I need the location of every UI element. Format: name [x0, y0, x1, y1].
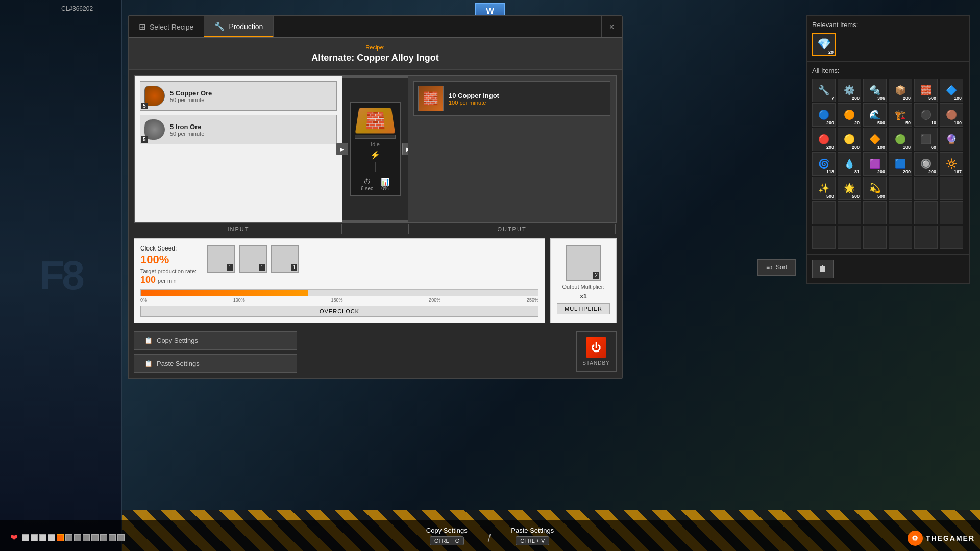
- shard-slot-1[interactable]: 1: [207, 245, 235, 273]
- all-item-14[interactable]: 🟡 200: [838, 128, 861, 151]
- empty-cell-1: [889, 177, 912, 200]
- machine-stat-time: ⏱ 6 sec: [361, 178, 373, 191]
- all-item-27[interactable]: 💫 500: [863, 177, 887, 200]
- branding: ⚙ THEGAMER: [908, 531, 975, 546]
- main-modal: ⊞ Select Recipe 🔧 Production × Recipe: A…: [128, 15, 623, 379]
- machine-connector-top: [342, 76, 408, 78]
- all-item-16[interactable]: 🟢 108: [889, 128, 912, 151]
- sort-icon: ≡↕: [766, 264, 773, 271]
- multiplier-panel: 2 Output Multiplier: x1 MULTIPLIER: [550, 238, 617, 323]
- copper-ore-name: 5 Copper Ore: [170, 89, 332, 97]
- production-area: 5 5 Copper Ore 50 per minute 5 5 Iron Or…: [134, 75, 617, 223]
- all-item-23[interactable]: 🔘 200: [914, 152, 938, 176]
- standby-button[interactable]: ⏻ STANDBY: [576, 331, 617, 372]
- all-item-11[interactable]: ⚫ 10: [914, 103, 938, 127]
- machine-divider: [375, 162, 376, 172]
- all-item-17[interactable]: ⬛ 60: [914, 128, 938, 151]
- relevant-item-1-count: 20: [828, 49, 834, 55]
- all-item-25[interactable]: ✨ 500: [812, 177, 836, 200]
- shard-3-badge: 1: [291, 264, 298, 271]
- marker-0: 0%: [140, 297, 147, 303]
- all-item-22[interactable]: 🟦 200: [889, 152, 912, 176]
- tab-production[interactable]: 🔧 Production: [204, 16, 274, 37]
- all-item-9[interactable]: 🌊 500: [863, 103, 887, 127]
- output-panel: 🧱 10 Copper Ingot 100 per minute OUTPUT: [408, 76, 616, 222]
- sort-button[interactable]: ≡↕ Sort: [757, 259, 796, 276]
- copy-icon: 📋: [144, 337, 153, 344]
- overclock-bar-fill: [141, 290, 308, 296]
- all-item-6[interactable]: 🔷 100: [940, 79, 963, 102]
- health-seg-12: [117, 534, 125, 541]
- all-item-2[interactable]: ⚙️ 200: [838, 79, 861, 102]
- empty-cell-6: [863, 201, 887, 224]
- shard-slot-3[interactable]: 1: [271, 245, 299, 273]
- all-item-5[interactable]: 🧱 500: [914, 79, 938, 102]
- relevant-items-grid: 💎 20: [812, 33, 964, 56]
- empty-cell-14: [914, 226, 938, 249]
- all-item-7[interactable]: 🔵 200: [812, 103, 836, 127]
- all-item-13[interactable]: 🔴 200: [812, 128, 836, 151]
- relevant-item-1[interactable]: 💎 20: [812, 33, 836, 56]
- health-seg-3: [39, 534, 46, 541]
- overclock-bar-container: 0% 100% 150% 200% 250%: [140, 289, 538, 303]
- marker-200: 200%: [429, 297, 440, 303]
- multiplier-badge: 2: [593, 272, 599, 279]
- tab-select-recipe-label: Select Recipe: [150, 23, 193, 31]
- iron-ore-badge: 5: [141, 136, 148, 143]
- all-item-21[interactable]: 🟪 200: [863, 152, 887, 176]
- empty-cell-15: [940, 226, 963, 249]
- multiplier-slot[interactable]: 2: [566, 245, 601, 281]
- all-item-8[interactable]: 🟠 20: [838, 103, 861, 127]
- standby-label: STANDBY: [582, 360, 610, 366]
- input-panel-label: INPUT: [135, 224, 342, 234]
- empty-cell-8: [914, 201, 938, 224]
- multiplier-button[interactable]: MULTIPLIER: [557, 303, 610, 314]
- all-item-3[interactable]: 🔩 306: [863, 79, 887, 102]
- overclock-markers: 0% 100% 150% 200% 250%: [140, 297, 538, 303]
- delete-button[interactable]: 🗑: [812, 260, 834, 278]
- right-panel-footer: ≡↕ Sort 🗑: [807, 255, 969, 283]
- copper-ore-icon: [144, 86, 165, 106]
- all-item-20[interactable]: 💧 81: [838, 152, 861, 176]
- health-seg-2: [31, 534, 38, 541]
- health-bar: ❤: [10, 532, 125, 543]
- copy-shortcut-group: Copy Settings CTRL + C: [426, 527, 468, 545]
- overclock-button[interactable]: OVERCLOCK: [140, 306, 538, 317]
- clock-speed-title: Clock Speed:: [140, 245, 197, 252]
- copper-ore-rate: 50 per minute: [170, 97, 332, 103]
- all-item-12[interactable]: 🟤 100: [940, 103, 963, 127]
- tab-select-recipe[interactable]: ⊞ Select Recipe: [129, 16, 204, 37]
- bottom-bar: ❤ Copy Settings CTRL + C / Paste Setting…: [0, 520, 980, 551]
- all-items-grid: 🔧 7 ⚙️ 200 🔩 306 📦 200 🧱 500 🔷 100: [812, 79, 964, 249]
- all-item-26[interactable]: 🌟 500: [838, 177, 861, 200]
- paste-settings-button[interactable]: 📋 Paste Settings: [134, 354, 297, 373]
- copy-settings-label: Copy Settings: [157, 337, 198, 344]
- shard-slot-2[interactable]: 1: [239, 245, 267, 273]
- shard-2-badge: 1: [259, 264, 265, 271]
- production-rate-value: 100: [140, 274, 156, 285]
- recipe-title: Alternate: Copper Alloy Ingot: [135, 53, 616, 63]
- sort-label: Sort: [776, 264, 787, 271]
- health-seg-11: [109, 534, 116, 541]
- all-item-24[interactable]: 🔆 167: [940, 152, 963, 176]
- empty-cell-2: [914, 177, 938, 200]
- select-recipe-icon: ⊞: [139, 22, 145, 32]
- copy-settings-button[interactable]: 📋 Copy Settings: [134, 331, 297, 350]
- recipe-label: Recipe:: [135, 44, 616, 51]
- marker-250: 250%: [527, 297, 538, 303]
- production-rate-label: Target production rate:: [140, 268, 197, 274]
- empty-cell-3: [940, 177, 963, 200]
- bottom-controls: Clock Speed: 100% Target production rate…: [134, 238, 617, 323]
- play-button-left[interactable]: ▶: [336, 143, 348, 155]
- all-item-18[interactable]: 🔮: [940, 128, 963, 151]
- empty-cell-11: [838, 226, 861, 249]
- all-item-19[interactable]: 🌀 118: [812, 152, 836, 176]
- overclock-progress-bar[interactable]: [140, 289, 538, 296]
- all-item-4[interactable]: 📦 200: [889, 79, 912, 102]
- close-button[interactable]: ×: [601, 16, 622, 37]
- brand-text: THEGAMER: [926, 534, 975, 542]
- all-item-10[interactable]: 🏗️ 50: [889, 103, 912, 127]
- paste-shortcut-key: CTRL + V: [516, 536, 549, 545]
- all-item-15[interactable]: 🔶 100: [863, 128, 887, 151]
- all-item-1[interactable]: 🔧 7: [812, 79, 836, 102]
